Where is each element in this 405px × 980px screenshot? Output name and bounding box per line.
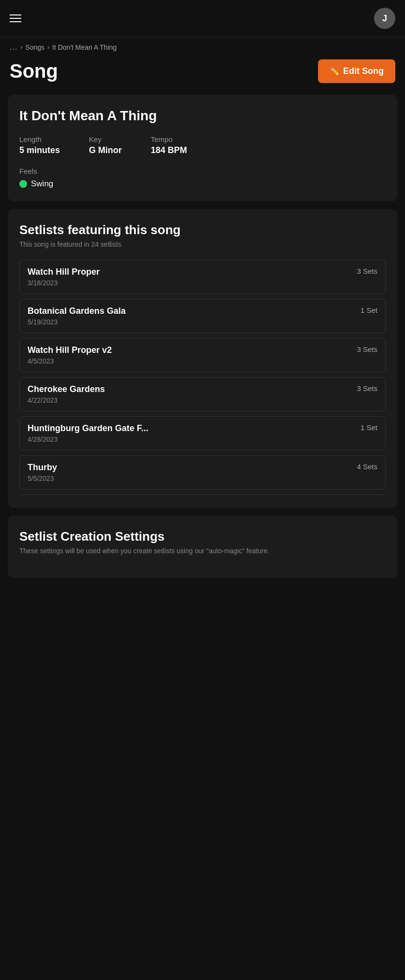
setlist-item-header: Botanical Gardens Gala 1 Set [28,306,377,316]
setlist-item-header: Watch Hill Proper 3 Sets [28,267,377,277]
setlists-section: Setlists featuring this song This song i… [8,209,397,508]
avatar[interactable]: J [374,8,395,29]
feel-badge: Swing [19,179,53,189]
setlist-item-name: Watch Hill Proper [28,267,100,277]
setlist-item-name: Watch Hill Proper v2 [28,345,112,355]
edit-icon: ✏️ [330,67,339,76]
setlist-item-sets: 3 Sets [357,384,377,392]
setlist-item-sets: 1 Set [361,306,377,314]
setlist-item-date: 5/5/2023 [28,475,377,482]
setlist-item-name: Huntingburg Garden Gate F... [28,423,148,434]
breadcrumb: ... › Songs › It Don't Mean A Thing [0,37,405,56]
creation-settings-section: Setlist Creation Settings These settings… [8,516,397,578]
key-label: Key [89,135,122,143]
setlist-item[interactable]: Botanical Gardens Gala 1 Set 5/19/2023 [19,299,386,333]
feel-dot-icon [19,180,27,188]
setlist-item[interactable]: Watch Hill Proper v2 3 Sets 4/5/2023 [19,338,386,372]
song-tempo: Tempo 184 BPM [151,135,187,155]
setlist-item-date: 5/19/2023 [28,318,377,326]
tempo-label: Tempo [151,135,187,143]
setlist-item-header: Watch Hill Proper v2 3 Sets [28,345,377,355]
setlist-item-name: Thurby [28,462,57,473]
setlist-item-sets: 3 Sets [357,267,377,275]
setlist-item-sets: 4 Sets [357,462,377,471]
feels-label: Feels [19,167,386,175]
creation-settings-subtitle: These settings will be used when you cre… [19,547,386,555]
setlist-item-date: 4/28/2023 [28,435,377,443]
feel-name: Swing [31,179,53,189]
length-label: Length [19,135,60,143]
song-key: Key G Minor [89,135,122,155]
setlist-item-date: 4/5/2023 [28,357,377,365]
song-meta-row: Length 5 minutes Key G Minor Tempo 184 B… [19,135,386,155]
hamburger-menu-button[interactable] [10,14,21,22]
edit-song-label: Edit Song [343,66,384,76]
creation-settings-title: Setlist Creation Settings [19,529,386,544]
edit-song-button[interactable]: ✏️ Edit Song [318,59,395,83]
setlist-item-name: Cherokee Gardens [28,384,105,394]
header: J [0,0,405,37]
page-title: Song [10,60,58,82]
chevron-right-icon-2: › [47,44,49,51]
page-title-row: Song ✏️ Edit Song [0,56,405,93]
breadcrumb-dots[interactable]: ... [10,43,17,52]
song-card: It Don't Mean A Thing Length 5 minutes K… [8,95,397,201]
setlist-item-header: Cherokee Gardens 3 Sets [28,384,377,394]
song-feels: Feels Swing [19,167,386,190]
setlist-item[interactable]: Huntingburg Garden Gate F... 1 Set 4/28/… [19,416,386,450]
setlist-item[interactable]: Watch Hill Proper 3 Sets 3/18/2023 [19,260,386,294]
setlist-item[interactable]: Quickie 1 Set [19,494,386,496]
setlist-item-sets: 1 Set [361,423,377,432]
song-length: Length 5 minutes [19,135,60,155]
setlist-list: Watch Hill Proper 3 Sets 3/18/2023 Botan… [19,260,386,496]
setlists-section-title: Setlists featuring this song [19,223,386,238]
setlist-item-header: Huntingburg Garden Gate F... 1 Set [28,423,377,434]
setlist-item-name: Botanical Gardens Gala [28,306,126,316]
tempo-value: 184 BPM [151,145,187,155]
song-title: It Don't Mean A Thing [19,108,386,124]
setlist-item[interactable]: Thurby 4 Sets 5/5/2023 [19,455,386,490]
setlist-item[interactable]: Cherokee Gardens 3 Sets 4/22/2023 [19,377,386,411]
chevron-right-icon: › [20,44,22,51]
setlist-item-header: Thurby 4 Sets [28,462,377,473]
breadcrumb-songs[interactable]: Songs [25,43,44,51]
setlist-item-date: 4/22/2023 [28,396,377,404]
setlist-item-date: 3/18/2023 [28,279,377,287]
key-value: G Minor [89,145,122,155]
length-value: 5 minutes [19,145,60,155]
setlists-section-subtitle: This song is featured in 24 setlists [19,240,386,248]
setlist-item-sets: 3 Sets [357,345,377,353]
breadcrumb-current-song: It Don't Mean A Thing [52,43,116,51]
